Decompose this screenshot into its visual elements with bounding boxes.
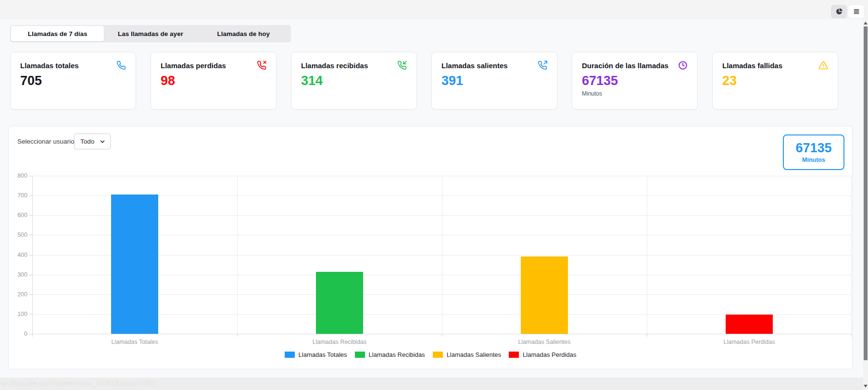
user-select[interactable]: Todo (74, 134, 111, 149)
stat-card-value: 23 (722, 74, 828, 88)
y-axis-label: 400 (5, 252, 27, 258)
stat-card-duracion-de-las-llamadas: Duración de las llamadas 67135Minutos (572, 52, 698, 110)
tab-las-llamadas-de-ayer[interactable]: Las llamadas de ayer (104, 26, 197, 41)
bar-llamadas-perdidas[interactable] (726, 315, 773, 334)
legend-label: Llamadas Recibidas (369, 351, 425, 358)
stat-card-llamadas-salientes: Llamadas salientes 391 (431, 52, 557, 110)
gridline-vertical (442, 176, 442, 334)
legend-label: Llamadas Salientes (447, 351, 501, 358)
total-minutes-box: 67135 Minutos (783, 134, 844, 170)
chart-view-button[interactable] (831, 5, 847, 18)
stat-card-value: 67135 (582, 74, 688, 88)
tab-llamadas-de-7-dias[interactable]: Llamadas de 7 días (11, 26, 104, 41)
user-select-value: Todo (80, 138, 94, 145)
legend-item-llamadas-recibidas[interactable]: Llamadas Recibidas (355, 351, 425, 358)
total-minutes-unit: Minutos (802, 157, 825, 163)
status-bar: ur.zoasuite.com/web#menu_id=82&action=26… (0, 378, 868, 390)
stat-card-label: Llamadas totales (20, 61, 79, 70)
tab-llamadas-de-hoy[interactable]: Llamadas de hoy (197, 26, 290, 41)
outgoing-call-icon (538, 61, 547, 70)
x-axis-tick (851, 334, 852, 337)
chart-legend: Llamadas TotalesLlamadas RecibidasLlamad… (9, 351, 852, 358)
legend-swatch (355, 352, 365, 358)
legend-item-llamadas-salientes[interactable]: Llamadas Salientes (433, 351, 501, 358)
stat-card-unit: Minutos (582, 90, 688, 97)
stat-card-llamadas-perdidas: Llamadas perdidas 98 (151, 52, 277, 110)
x-axis-tick (647, 334, 647, 337)
gridline-vertical (647, 176, 647, 334)
stat-card-label: Llamadas fallidas (722, 61, 782, 70)
scroll-up-arrow[interactable] (864, 22, 868, 24)
incoming-call-icon (397, 61, 407, 70)
x-axis-label: Llamadas Totales (82, 339, 188, 345)
warning-icon (818, 61, 828, 70)
scrollbar-thumb[interactable] (864, 26, 868, 360)
bar-llamadas-recibidas[interactable] (316, 272, 363, 334)
stat-card-value: 98 (161, 74, 266, 88)
stat-card-value: 314 (301, 74, 407, 88)
x-axis-tick (442, 334, 442, 337)
stat-card-label: Llamadas salientes (441, 61, 508, 70)
y-axis-line (32, 176, 33, 334)
x-axis-label: Llamadas Recibidas (287, 339, 392, 345)
chevron-down-icon (99, 138, 106, 145)
y-axis-label: 100 (5, 311, 27, 317)
y-axis-label: 500 (5, 232, 27, 238)
total-minutes-value: 67135 (795, 141, 831, 155)
stat-card-llamadas-fallidas: Llamadas fallidas 23 (712, 52, 838, 110)
bar-chart: 0100200300400500600700800Llamadas Totale… (32, 176, 852, 334)
clock-icon (678, 61, 688, 70)
list-view-button[interactable] (848, 5, 864, 18)
chart-panel: Seleccionar usuario Todo 67135 Minutos 0… (8, 126, 853, 369)
legend-swatch (509, 352, 519, 358)
stat-card-label: Duración de las llamadas (582, 61, 668, 70)
pie-chart-icon (835, 8, 843, 15)
missed-call-icon (257, 61, 266, 70)
stat-card-value: 391 (441, 74, 547, 88)
bar-llamadas-salientes[interactable] (521, 256, 568, 334)
x-axis-label: Llamadas Perdidas (696, 339, 802, 345)
y-axis-label: 700 (5, 192, 27, 199)
top-toolbar (0, 0, 868, 19)
y-axis-label: 300 (5, 271, 27, 278)
vertical-scrollbar[interactable] (863, 19, 868, 390)
stat-card-value: 705 (20, 74, 126, 88)
legend-label: Llamadas Totales (299, 351, 347, 358)
stat-card-label: Llamadas perdidas (161, 61, 226, 70)
legend-item-llamadas-perdidas[interactable]: Llamadas Perdidas (509, 351, 576, 358)
gridline-vertical (851, 176, 852, 334)
y-axis-label: 0 (5, 330, 27, 337)
gridline-vertical (237, 176, 238, 334)
legend-swatch (433, 352, 443, 358)
status-url-text: ur.zoasuite.com/web#menu_id=82&action=26… (1, 379, 156, 388)
legend-label: Llamadas Perdidas (523, 351, 576, 358)
stat-card-llamadas-recibidas: Llamadas recibidas 314 (291, 52, 417, 110)
tab-strip: Llamadas de 7 díasLas llamadas de ayerLl… (10, 25, 291, 42)
x-axis-tick (32, 334, 33, 337)
legend-swatch (285, 352, 295, 358)
y-axis-label: 200 (5, 291, 27, 298)
bar-llamadas-totales[interactable] (111, 195, 158, 334)
x-axis-tick (237, 334, 238, 337)
stat-card-label: Llamadas recibidas (301, 61, 368, 70)
scroll-down-arrow[interactable] (864, 385, 868, 388)
view-toggle (831, 5, 864, 18)
y-axis-label: 800 (5, 172, 27, 179)
stat-card-llamadas-totales: Llamadas totales 705 (10, 52, 136, 110)
select-user-label: Seleccionar usuario (17, 138, 75, 145)
phone-icon (116, 61, 126, 70)
stat-cards-row: Llamadas totales 705 Llamadas perdidas 9… (10, 52, 838, 110)
list-icon (853, 8, 860, 15)
y-axis-label: 600 (5, 212, 27, 219)
x-axis-label: Llamadas Salientes (491, 339, 597, 345)
legend-item-llamadas-totales[interactable]: Llamadas Totales (285, 351, 347, 358)
